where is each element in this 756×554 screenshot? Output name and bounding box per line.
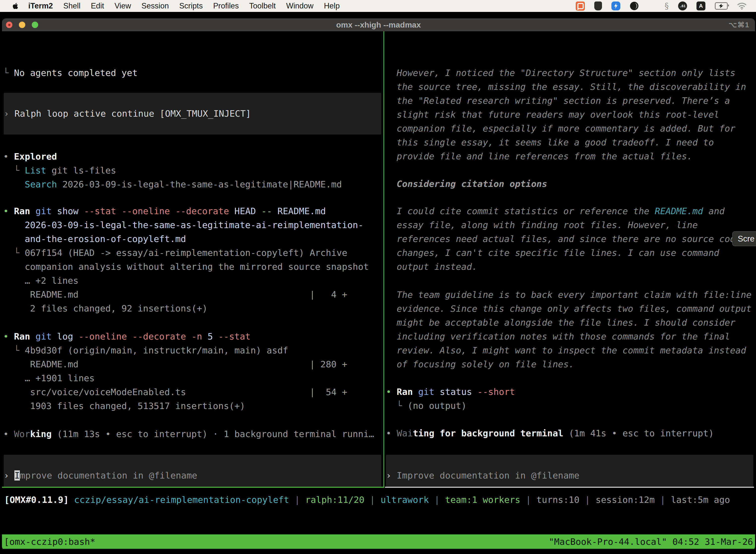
terminal-line: └ 4b9d30f (origin/main, instructkr/main,…: [3, 343, 383, 357]
terminal-line: 1903 files changed, 513517 insertions(+): [3, 399, 383, 413]
spacer: [386, 191, 755, 204]
tmux-status-bar: [omx-cczip0:bash* "MacBook-Pro-44.local"…: [2, 535, 755, 549]
terminal-line: of focusing solely on file lines.: [386, 357, 755, 371]
terminal-line: README.md | 280 +: [3, 357, 383, 371]
terminal-line: The team guideline is to back every impo…: [386, 288, 755, 302]
a-app-icon[interactable]: A: [696, 1, 705, 10]
spacer: [386, 413, 755, 427]
terminal-line: 2 files changed, 92 insertions(+): [3, 301, 383, 316]
omx-status-bar: [OMX#0.11.9] cczip/essay/ai-reimplementa…: [2, 488, 755, 535]
spacer: [386, 440, 755, 455]
terminal-line: └ 067f154 (HEAD -> essay/ai-reimplementa…: [3, 246, 383, 260]
active-pane-border: [2, 487, 384, 488]
spacer: [3, 80, 383, 93]
spacer: [386, 163, 755, 177]
prompt-input[interactable]: › Improve documentation in @filename: [386, 455, 753, 487]
terminal-line: └ No agents completed yet: [3, 66, 383, 80]
terminal-line: and-the-erosion-of-copyleft.md: [3, 232, 383, 246]
chat-app-icon[interactable]: [576, 1, 585, 11]
terminal-line: references need actual files, and since …: [386, 232, 755, 246]
spacer: [3, 316, 383, 330]
terminal-line: … +2 lines: [3, 274, 383, 288]
terminal-line: output instead.: [386, 260, 755, 274]
menu-item-shell[interactable]: Shell: [63, 1, 80, 10]
terminal-line: • Explored: [3, 150, 383, 164]
terminal-line: evidence. Since this change only affects…: [386, 302, 755, 316]
terminal-line: essay file, along with finding root file…: [386, 218, 755, 232]
menu-status-icons: § ..61 A: [576, 1, 756, 11]
blue-bolt-icon[interactable]: [611, 1, 620, 10]
terminal-line: provide file and line references from th…: [386, 150, 755, 163]
prompt-input[interactable]: › Improve documentation in @filename: [4, 455, 381, 487]
terminal-line: [OMX#0.11.9] cczip/essay/ai-reimplementa…: [4, 493, 755, 507]
left-terminal-pane[interactable]: └ No agents completed yet› Ralph loop ac…: [2, 31, 383, 487]
terminal-line: • Working (11m 13s • esc to interrupt) ·…: [3, 427, 383, 441]
tmux-host-clock: "MacBook-Pro-44.local" 04:52 31-Mar-26: [549, 537, 753, 547]
spacer: [386, 274, 755, 288]
terminal-line: └ List git ls-files: [3, 164, 383, 177]
menu-item-scripts[interactable]: Scripts: [179, 1, 203, 10]
terminal-line: … +1901 lines: [3, 371, 383, 385]
terminal-line: Search 2026-03-09-is-legal-the-same-as-l…: [3, 177, 383, 191]
title-bar[interactable]: omx --xhigh --madmax ⌥⌘1: [2, 18, 755, 31]
apple-icon[interactable]: [12, 2, 18, 9]
terminal-line: 2026-03-09-is-legal-the-same-as-legitima…: [3, 218, 383, 232]
menu-item-profiles[interactable]: Profiles: [213, 1, 239, 10]
menu-item-view[interactable]: View: [115, 1, 131, 10]
menu-item-toolbelt[interactable]: Toolbelt: [249, 1, 276, 10]
iterm-window: omx --xhigh --madmax ⌥⌘1 └ No agents com…: [2, 18, 755, 550]
terminal-line: companion analysis without altering the …: [3, 260, 383, 274]
inactive-pane-border: [385, 487, 754, 488]
terminal-line: including verification notes with those …: [386, 330, 755, 343]
terminal-line: slight risk that future readers may over…: [386, 108, 755, 122]
menu-bar: iTerm2ShellEditViewSessionScriptsProfile…: [0, 0, 756, 12]
menu-item-window[interactable]: Window: [286, 1, 314, 10]
right-terminal-pane[interactable]: However, I noticed the "Directory Struct…: [384, 31, 755, 487]
terminal-line: • Ran git status --short: [386, 385, 755, 399]
badge-61-icon[interactable]: ..61: [678, 1, 687, 10]
battery-icon[interactable]: [715, 2, 728, 10]
terminal-line: └ (no output): [386, 399, 755, 413]
terminal-line: the source tree, missing the essay. Stil…: [386, 80, 755, 94]
terminal-line: src/voice/voiceModeEnabled.ts | 54 +: [3, 385, 383, 399]
window-title: omx --xhigh --madmax: [2, 20, 755, 30]
tooltip-label: Scre: [738, 234, 755, 243]
terminal-line: companion file, especially if more comme…: [386, 122, 755, 135]
window-shortcut: ⌥⌘1: [729, 20, 750, 29]
terminal-line: review. Also, I might want to inspect th…: [386, 343, 755, 357]
wifi-icon[interactable]: [737, 2, 747, 10]
terminal-line: I could cite commit statistics or refere…: [386, 204, 755, 218]
terminal-line: However, I noticed the "Directory Struct…: [386, 66, 755, 80]
spacer: [3, 413, 383, 427]
terminal-line: might be acceptable alongside the file l…: [386, 316, 755, 330]
spacer: [386, 371, 755, 385]
shield-grid-icon[interactable]: [594, 1, 602, 10]
screen: iTerm2ShellEditViewSessionScriptsProfile…: [0, 0, 756, 554]
menu-item-iterm2[interactable]: iTerm2: [28, 1, 53, 10]
spacer: [3, 191, 383, 204]
menu-item-help[interactable]: Help: [324, 1, 340, 10]
spacer: [3, 441, 383, 455]
terminal-line: • Waiting for background terminal (1m 41…: [386, 427, 755, 440]
terminal-line: README.md | 4 +: [3, 288, 383, 301]
terminal-line: this single essay, it seems like a good …: [386, 135, 755, 150]
tmux-session-label: [omx-cczip0:bash*: [4, 537, 95, 547]
screen-edge-tooltip: Scre: [732, 231, 756, 246]
terminal-line: • Ran git log --oneline --decorate -n 5 …: [3, 330, 383, 343]
terminal-line: • Ran git show --stat --oneline --decora…: [3, 204, 383, 218]
dots-grid-icon[interactable]: [648, 2, 655, 10]
squiggle-icon[interactable]: §: [665, 1, 669, 11]
pane-bottom-border: [2, 487, 755, 488]
prompt-input[interactable]: › Ralph loop active continue [OMX_TMUX_I…: [4, 93, 381, 134]
terminal-line: changes, I can't cite specific file line…: [386, 246, 755, 260]
spacer: [3, 134, 383, 150]
menu-item-edit[interactable]: Edit: [91, 1, 104, 10]
terminal-line: Considering citation options: [386, 177, 755, 191]
crescent-icon[interactable]: [630, 1, 639, 10]
menu-items: iTerm2ShellEditViewSessionScriptsProfile…: [28, 1, 340, 10]
menu-item-session[interactable]: Session: [141, 1, 169, 10]
terminal-line: the "Related research writing" section i…: [386, 94, 755, 108]
